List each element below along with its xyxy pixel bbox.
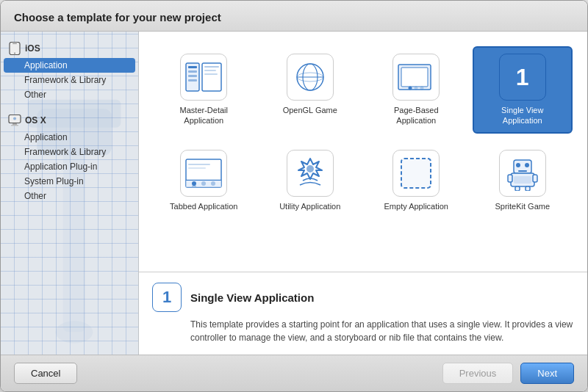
svg-point-34 <box>201 181 206 186</box>
template-icon-tabbed <box>180 150 227 197</box>
template-utility[interactable]: Utility Application <box>260 142 361 219</box>
template-spritekit[interactable]: SpriteKit Game <box>473 142 573 219</box>
svg-rect-8 <box>12 123 17 125</box>
new-project-dialog: Choose a template for your new project <box>0 0 588 392</box>
sidebar-item-label: System Plug-in <box>24 176 84 186</box>
svg-point-27 <box>415 87 418 90</box>
svg-rect-33 <box>192 186 196 186</box>
svg-rect-46 <box>533 175 537 182</box>
svg-rect-25 <box>401 68 428 87</box>
template-icon-empty <box>392 150 440 197</box>
svg-rect-47 <box>515 186 520 191</box>
sidebar-item-osx-plugin[interactable]: Application Plug-in <box>4 159 135 174</box>
svg-point-6 <box>14 53 15 54</box>
info-description: This template provides a starting point … <box>190 318 574 344</box>
svg-rect-16 <box>188 79 197 81</box>
svg-rect-19 <box>204 73 218 75</box>
info-header: 1 Single View Application <box>152 283 574 312</box>
template-icon-utility <box>287 150 334 197</box>
svg-point-38 <box>306 165 314 173</box>
svg-rect-13 <box>188 66 197 68</box>
template-grid: Master-DetailApplication OpenGL Game <box>139 32 587 272</box>
template-label-opengl: OpenGL Game <box>283 105 337 115</box>
dialog-title: Choose a template for your new project <box>1 1 587 32</box>
next-button[interactable]: Next <box>520 363 574 384</box>
svg-point-41 <box>516 163 520 167</box>
template-label-page-based: Page-BasedApplication <box>394 105 439 126</box>
osx-group-header: OS X <box>1 109 138 130</box>
osx-icon <box>8 114 21 127</box>
svg-point-42 <box>525 163 529 167</box>
svg-rect-5 <box>12 43 17 44</box>
sidebar-separator <box>1 102 138 109</box>
svg-point-3 <box>56 321 93 343</box>
info-title: Single View Application <box>190 291 314 304</box>
cancel-button[interactable]: Cancel <box>14 363 77 384</box>
svg-point-10 <box>13 117 16 120</box>
sidebar-content: iOS Application Framework & Library Othe… <box>1 32 138 203</box>
svg-rect-45 <box>508 175 512 182</box>
sidebar-item-ios-other[interactable]: Other <box>4 87 135 102</box>
info-icon-number: 1 <box>162 288 171 307</box>
template-icon-page-based <box>392 54 440 101</box>
sidebar-item-label: Other <box>24 90 46 100</box>
svg-rect-43 <box>518 170 527 172</box>
svg-rect-49 <box>514 176 531 184</box>
sidebar-item-osx-application[interactable]: Application <box>4 130 135 145</box>
sidebar-item-label: Application <box>24 60 68 70</box>
svg-rect-39 <box>401 159 431 188</box>
footer-right: Previous Next <box>442 363 574 384</box>
sidebar-item-label: Other <box>24 191 46 201</box>
svg-rect-9 <box>11 125 18 126</box>
svg-rect-14 <box>188 70 197 73</box>
dialog-title-text: Choose a template for your new project <box>14 11 221 23</box>
info-icon: 1 <box>152 283 182 312</box>
template-label-utility: Utility Application <box>279 201 340 211</box>
template-opengl[interactable]: OpenGL Game <box>260 46 361 134</box>
previous-button[interactable]: Previous <box>442 363 514 384</box>
template-icon-master-detail <box>180 54 227 101</box>
ios-group-header: iOS <box>1 37 138 58</box>
template-icon-spritekit <box>499 150 546 197</box>
svg-point-32 <box>192 181 196 186</box>
svg-point-26 <box>409 87 412 90</box>
template-single-view[interactable]: 1 Single ViewApplication <box>473 46 573 134</box>
main-content: Master-DetailApplication OpenGL Game <box>139 32 587 355</box>
svg-rect-48 <box>526 186 530 191</box>
svg-rect-15 <box>188 75 197 77</box>
svg-rect-37 <box>188 167 206 169</box>
svg-rect-17 <box>204 66 219 68</box>
svg-point-28 <box>420 87 424 90</box>
template-icon-single-view: 1 <box>499 54 546 101</box>
sidebar-item-label: Application Plug-in <box>24 161 97 172</box>
ios-label: iOS <box>25 43 40 54</box>
sidebar-item-osx-other[interactable]: Other <box>4 189 135 203</box>
template-label-master-detail: Master-DetailApplication <box>180 105 228 126</box>
template-icon-opengl <box>287 54 334 101</box>
template-empty[interactable]: Empty Application <box>366 142 467 219</box>
sidebar-item-label: Framework & Library <box>24 75 106 85</box>
sidebar-item-ios-framework[interactable]: Framework & Library <box>4 73 135 87</box>
sidebar-item-ios-application[interactable]: Application <box>4 58 135 73</box>
sidebar-item-osx-sysplugin[interactable]: System Plug-in <box>4 174 135 189</box>
sidebar-item-osx-framework[interactable]: Framework & Library <box>4 145 135 159</box>
info-section: 1 Single View Application This template … <box>139 272 587 355</box>
template-tabbed[interactable]: Tabbed Application <box>154 142 254 219</box>
template-label-empty: Empty Application <box>384 201 448 211</box>
template-master-detail[interactable]: Master-DetailApplication <box>154 46 254 134</box>
sidebar-item-label: Application <box>24 132 68 142</box>
template-label-tabbed: Tabbed Application <box>170 201 237 211</box>
dialog-body: iOS Application Framework & Library Othe… <box>1 32 587 355</box>
dialog-footer: Cancel Previous Next <box>1 355 587 391</box>
ios-icon <box>8 42 21 55</box>
template-label-single-view: Single ViewApplication <box>501 105 543 126</box>
svg-rect-31 <box>186 180 221 181</box>
svg-point-35 <box>211 181 215 186</box>
template-label-spritekit: SpriteKit Game <box>495 201 550 211</box>
svg-rect-18 <box>204 70 216 71</box>
sidebar-item-label: Framework & Library <box>24 147 106 157</box>
osx-label: OS X <box>25 115 46 126</box>
template-page-based[interactable]: Page-BasedApplication <box>366 46 467 134</box>
sidebar: iOS Application Framework & Library Othe… <box>1 32 139 355</box>
svg-rect-36 <box>188 164 210 165</box>
